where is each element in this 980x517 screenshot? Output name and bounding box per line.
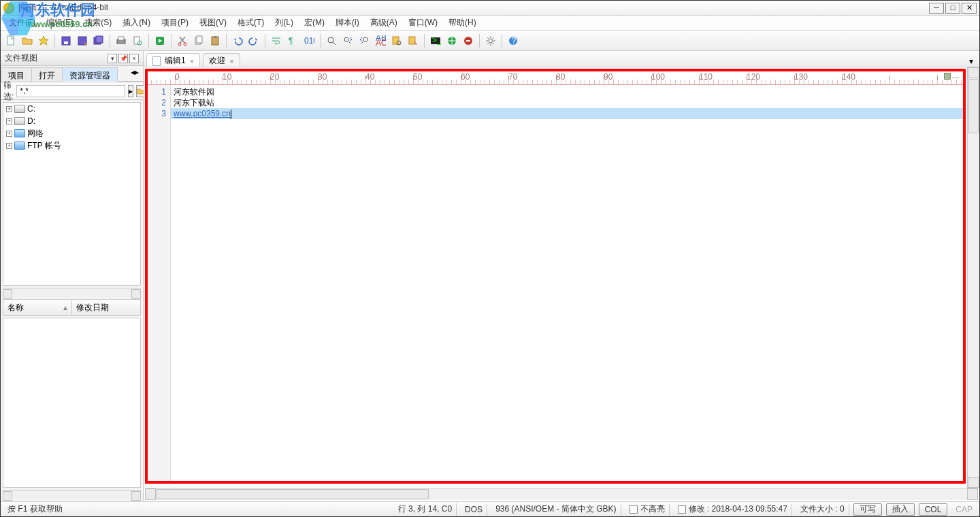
menu-view[interactable]: 视图(V)	[194, 16, 232, 30]
line[interactable]: 河东下载站	[171, 97, 963, 108]
menu-file[interactable]: 文件(F)	[3, 16, 41, 30]
editor-vscroll[interactable]	[967, 67, 979, 488]
tree-item-c[interactable]: +C:	[3, 103, 140, 115]
filter-input[interactable]	[16, 85, 125, 97]
terminal-icon[interactable]: >_	[428, 33, 443, 48]
undo-icon[interactable]	[230, 33, 245, 48]
side-hscroll-2[interactable]	[3, 490, 141, 499]
tree-item-ftp[interactable]: +FTP 帐号	[3, 139, 140, 152]
close-tab-icon[interactable]: ×	[229, 57, 233, 65]
status-highlight[interactable]: 不高亮	[625, 503, 670, 516]
minimize-button[interactable]: ─	[929, 3, 944, 14]
menu-project[interactable]: 项目(P)	[156, 16, 194, 30]
print-preview-icon[interactable]	[130, 33, 145, 48]
menu-search[interactable]: 搜索(S)	[79, 16, 117, 30]
drive-icon	[14, 105, 25, 113]
find-prev-icon[interactable]	[357, 33, 372, 48]
status-encoding[interactable]: 936 (ANSI/OEM - 简体中文 GBK)	[491, 503, 621, 516]
replace-in-files-icon[interactable]	[406, 33, 421, 48]
file-list-header[interactable]: 名称▴ 修改日期	[3, 299, 141, 316]
compare-icon[interactable]	[461, 33, 476, 48]
filter-go-button[interactable]: ▸	[128, 85, 133, 97]
line-gutter: 1 2 3	[148, 85, 171, 481]
tab-list-dropdown-icon[interactable]: ▾	[966, 56, 977, 67]
line[interactable]: 河东软件园	[171, 86, 963, 97]
line[interactable]: www.pc0359.cn	[171, 108, 963, 119]
hex-icon[interactable]: 010	[301, 33, 316, 48]
bookmark-toggle-icon[interactable]: —	[944, 73, 960, 81]
menu-macro[interactable]: 宏(M)	[299, 16, 330, 30]
run-icon[interactable]	[152, 33, 167, 48]
side-tab-explorer[interactable]: 资源管理器	[62, 67, 118, 82]
col-date[interactable]: 修改日期	[76, 302, 109, 314]
find-in-files-icon[interactable]	[389, 33, 404, 48]
text-area[interactable]: 河东软件园 河东下载站 www.pc0359.cn	[171, 85, 963, 481]
find-next-icon[interactable]	[340, 33, 355, 48]
titlebar: [编辑1*] - UltraEdit 64-bit ─ □ ✕	[1, 1, 979, 16]
toolbar: ¶ 010 ABAC >_ ?	[1, 31, 979, 51]
status-modified: 修改 : 2018-04-13 09:55:47	[674, 503, 792, 516]
favorites-icon[interactable]	[36, 33, 51, 48]
window-title: [编辑1*] - UltraEdit 64-bit	[18, 2, 929, 14]
svg-rect-7	[118, 37, 124, 40]
editor-hscroll[interactable]	[145, 488, 978, 500]
file-list[interactable]	[3, 318, 141, 488]
wordwrap-icon[interactable]	[269, 33, 284, 48]
tab-welcome[interactable]: 欢迎 ×	[203, 53, 240, 67]
svg-text:?: ?	[512, 36, 517, 46]
paste-icon[interactable]	[208, 33, 223, 48]
status-readwrite-button[interactable]: 可写	[853, 503, 882, 516]
side-hscroll[interactable]	[3, 288, 141, 297]
status-eol[interactable]: DOS	[461, 503, 487, 516]
tree-item-d[interactable]: +D:	[3, 115, 140, 127]
replace-icon[interactable]: ABAC	[373, 33, 388, 48]
panel-menu-icon[interactable]: ▾	[108, 54, 117, 63]
document-tabs: 编辑1 × 欢迎 × ▾	[144, 51, 979, 67]
panel-pin-icon[interactable]: 📌	[118, 54, 128, 63]
save-as-icon[interactable]	[75, 33, 90, 48]
panel-close-icon[interactable]: ×	[129, 54, 139, 63]
ftp-icon[interactable]	[444, 33, 459, 48]
svg-rect-26	[409, 37, 415, 44]
cut-icon[interactable]	[175, 33, 190, 48]
status-column-button[interactable]: COL	[919, 503, 948, 516]
status-filesize: 文件大小 : 0	[796, 503, 849, 516]
menu-window[interactable]: 窗口(W)	[403, 16, 443, 30]
svg-rect-0	[7, 36, 14, 45]
status-position: 行 3, 列 14, C0	[394, 503, 457, 516]
open-file-icon[interactable]	[20, 33, 35, 48]
help-icon[interactable]: ?	[506, 33, 521, 48]
menu-insert[interactable]: 插入(N)	[117, 16, 156, 30]
menu-advanced[interactable]: 高级(A)	[365, 16, 403, 30]
tree-item-network[interactable]: +网络	[3, 127, 140, 139]
tab-edit1[interactable]: 编辑1 ×	[146, 53, 200, 67]
menu-help[interactable]: 帮助(H)	[443, 16, 482, 30]
editor[interactable]: 0102030405060708090100110120130140 — 1 2…	[145, 69, 966, 484]
folder-icon	[14, 141, 25, 150]
menu-format[interactable]: 格式(T)	[232, 16, 270, 30]
maximize-button[interactable]: □	[945, 3, 960, 14]
settings-icon[interactable]	[483, 33, 498, 48]
explorer-tree[interactable]: +C: +D: +网络 +FTP 帐号	[3, 102, 141, 286]
side-tabs-scroll-icon[interactable]: ◂▸	[127, 66, 143, 82]
close-tab-icon[interactable]: ×	[190, 57, 194, 65]
col-name[interactable]: 名称	[7, 302, 24, 314]
save-icon[interactable]	[59, 33, 74, 48]
print-icon[interactable]	[114, 33, 129, 48]
save-all-icon[interactable]	[91, 33, 106, 48]
app-icon	[3, 3, 14, 14]
menu-column[interactable]: 列(L)	[270, 16, 299, 30]
status-capslock: CAP	[951, 503, 977, 516]
close-button[interactable]: ✕	[962, 3, 977, 14]
redo-icon[interactable]	[246, 33, 261, 48]
status-insert-button[interactable]: 插入	[886, 503, 915, 516]
svg-rect-2	[64, 41, 68, 44]
side-tab-open[interactable]: 打开	[31, 67, 63, 82]
copy-icon[interactable]	[191, 33, 206, 48]
show-invisibles-icon[interactable]: ¶	[285, 33, 300, 48]
menu-edit[interactable]: 编辑(E)	[41, 16, 79, 30]
find-icon[interactable]	[324, 33, 339, 48]
menu-script[interactable]: 脚本(i)	[330, 16, 365, 30]
side-tabs: 项目 打开 资源管理器 ◂▸	[1, 66, 143, 82]
new-file-icon[interactable]	[3, 33, 18, 48]
